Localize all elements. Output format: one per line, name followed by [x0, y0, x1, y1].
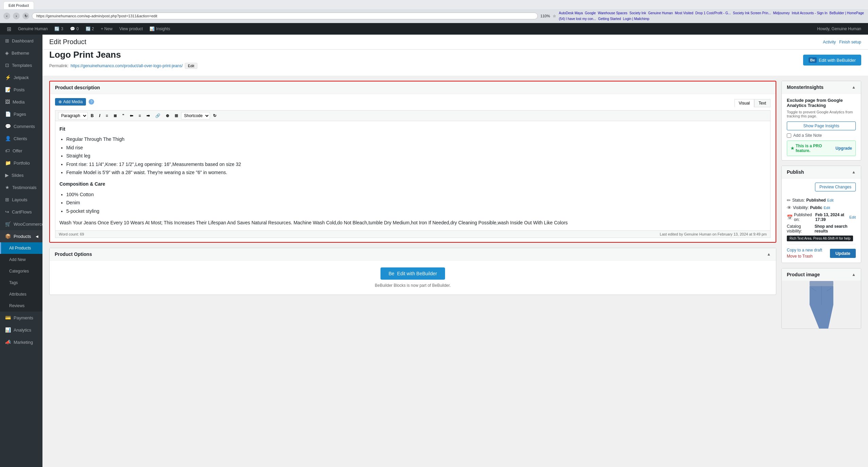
bookmark-drop1[interactable]: Drop 1 Cost/Profit - G... — [695, 11, 731, 15]
add-media-button[interactable]: ⊕ Add Media — [55, 98, 86, 106]
content-area: Edit Product Activity Finish setup Perma… — [42, 35, 868, 467]
editor-content[interactable]: Fit Regular Through The Thigh Mid rise S… — [55, 121, 770, 231]
wp-logo[interactable]: ⊞ — [3, 23, 15, 35]
preview-changes-button[interactable]: Preview Changes — [815, 183, 856, 191]
bookmark-intuit[interactable]: Intuit Accounts - Sign In — [792, 11, 827, 15]
product-options-collapse[interactable]: ▲ — [767, 252, 771, 257]
monster-insights-collapse-icon[interactable]: ▲ — [852, 85, 856, 90]
info-icon[interactable]: ? — [89, 99, 94, 105]
sidebar-item-reviews[interactable]: Reviews — [0, 300, 42, 312]
sidebar-item-payments[interactable]: 💳 Payments — [0, 312, 42, 324]
upgrade-link[interactable]: Upgrade — [835, 146, 852, 151]
admin-bar-view-product[interactable]: View product — [116, 23, 146, 35]
finish-setup-tab[interactable]: Finish setup — [839, 40, 861, 44]
bookmark-society-ink[interactable]: Society Ink — [630, 11, 646, 15]
unordered-list-button[interactable]: ≡ — [103, 112, 110, 119]
sidebar-item-templates[interactable]: ⊡ Templates — [0, 59, 42, 71]
ordered-list-button[interactable]: ≣ — [111, 112, 119, 119]
sidebar-item-media[interactable]: 🖼 Media — [0, 96, 42, 108]
sidebar-item-jetpack[interactable]: ⚡ Jetpack — [0, 71, 42, 83]
publish-collapse-icon[interactable]: ▲ — [852, 170, 856, 174]
format-select[interactable]: Paragraph Heading 1 Heading 2 — [58, 112, 88, 119]
permalink-edit-button[interactable]: Edit — [185, 63, 197, 69]
sidebar-item-all-products[interactable]: All Products — [0, 242, 42, 254]
bookmark-bebuilder[interactable]: BeBuilder | HomePage — [830, 11, 864, 15]
sidebar-item-offer[interactable]: 🏷 Offer — [0, 145, 42, 157]
admin-bar-updates2[interactable]: 🔄 2 — [82, 23, 98, 35]
bebuilder-options-button[interactable]: Be Edit with BeBuilder — [380, 267, 445, 280]
sidebar-item-products[interactable]: 📦 Products ◀ — [0, 230, 42, 242]
shortcode-select[interactable]: Shortcode — [181, 112, 210, 119]
bookmark-google[interactable]: Google — [585, 11, 596, 15]
monster-insights-header[interactable]: MonsterInsights ▲ — [782, 81, 861, 94]
blockquote-button[interactable]: " — [120, 112, 127, 119]
italic-button[interactable]: I — [97, 112, 103, 119]
activity-tab[interactable]: Activity — [823, 40, 836, 44]
bookmark-screen-print[interactable]: Society Ink Screen Prin... — [733, 11, 771, 15]
sidebar-item-categories[interactable]: Categories — [0, 265, 42, 277]
sidebar-item-portfolio[interactable]: 📁 Portfolio — [0, 157, 42, 169]
bookmark-getting-started[interactable]: Getting Started — [598, 17, 621, 21]
product-image-placeholder[interactable] — [782, 281, 861, 329]
bold-button[interactable]: B — [88, 112, 96, 119]
sidebar-item-slides[interactable]: ▶ Slides — [0, 169, 42, 181]
sidebar-item-layouts[interactable]: ⊞ Layouts — [0, 193, 42, 206]
sidebar-item-woocommerce[interactable]: 🛒 WooCommerce — [0, 218, 42, 230]
sidebar-item-cartflows[interactable]: ↪ CartFlows — [0, 206, 42, 218]
product-image-header[interactable]: Product image ▲ — [782, 268, 861, 281]
permalink-url[interactable]: https://genuinehumanco.com/product/all-o… — [71, 63, 183, 68]
published-value: Feb 13, 2024 at 17:39 — [815, 212, 848, 222]
sidebar-item-attributes[interactable]: Attributes — [0, 288, 42, 300]
forward-button[interactable]: › — [13, 13, 20, 19]
bookmark-midjourney[interactable]: Midjourney — [773, 11, 790, 15]
insert-button[interactable]: ⊕ — [163, 112, 172, 119]
status-edit-link[interactable]: Edit — [827, 198, 834, 202]
bookmark-genuine-human[interactable]: Genuine Human — [648, 11, 673, 15]
toolbar-refresh-button[interactable]: ↻ — [211, 112, 219, 119]
admin-bar-comments[interactable]: 💬 0 — [67, 23, 82, 35]
align-left-button[interactable]: ⬅ — [127, 112, 136, 119]
bookmark-54[interactable]: (54) I have lost my con... — [559, 17, 596, 21]
publish-header[interactable]: Publish ▲ — [782, 166, 861, 179]
admin-bar-new[interactable]: + New — [98, 23, 116, 35]
bebuilder-button[interactable]: Be Edit with BeBuilder — [803, 55, 861, 66]
sidebar-item-dashboard[interactable]: ⊞ Dashboard — [0, 35, 42, 47]
sidebar-item-betheme[interactable]: ◈ Betheme — [0, 47, 42, 59]
reload-button[interactable]: ↻ — [22, 13, 29, 19]
post-title-input[interactable] — [49, 50, 798, 60]
admin-bar-site[interactable]: Genuine Human — [15, 23, 51, 35]
bookmark-warehouse[interactable]: Warehouse Spaces — [598, 11, 627, 15]
bookmark-mailchimp[interactable]: Login | Mailchimp — [623, 17, 650, 21]
align-right-button[interactable]: ➡ — [144, 112, 152, 119]
copy-draft-link[interactable]: Copy to a new draft — [787, 248, 822, 253]
table-button[interactable]: ⊞ — [172, 112, 180, 119]
sidebar-item-clients[interactable]: 👤 Clients — [0, 132, 42, 145]
product-image-collapse-icon[interactable]: ▲ — [852, 272, 856, 277]
star-icon[interactable]: ☆ — [553, 14, 556, 18]
text-tab[interactable]: Text — [754, 99, 770, 107]
update-button[interactable]: Update — [830, 249, 856, 258]
sidebar-item-pages[interactable]: 📄 Pages — [0, 108, 42, 120]
sidebar-item-add-new[interactable]: Add New — [0, 254, 42, 265]
url-bar[interactable]: https://genuinehumanco.com/wp-admin/post… — [32, 13, 538, 19]
add-site-note-checkbox[interactable] — [787, 133, 791, 138]
link-button[interactable]: 🔗 — [153, 112, 163, 119]
admin-bar-updates[interactable]: 🔄 3 — [51, 23, 67, 35]
bookmark-most-visited[interactable]: Most Visited — [675, 11, 693, 15]
align-center-button[interactable]: ≡ — [136, 112, 143, 119]
sidebar-item-tags[interactable]: Tags — [0, 277, 42, 288]
bookmark-autodsk[interactable]: AutoDesk Maya — [559, 11, 583, 15]
back-button[interactable]: ‹ — [3, 13, 10, 19]
sidebar-item-comments[interactable]: 💬 Comments — [0, 120, 42, 132]
browser-tab[interactable]: Edit Product — [3, 1, 34, 9]
show-insights-button[interactable]: Show Page Insights — [787, 122, 856, 130]
admin-bar-insights[interactable]: 📊 Insights — [146, 23, 173, 35]
sidebar-item-analytics[interactable]: 📊 Analytics — [0, 324, 42, 336]
visual-tab[interactable]: Visual — [734, 99, 754, 107]
sidebar-item-testimonials[interactable]: ★ Testimonials — [0, 181, 42, 193]
sidebar-item-posts[interactable]: 📝 Posts — [0, 83, 42, 96]
sidebar-item-marketing[interactable]: 📣 Marketing — [0, 336, 42, 348]
move-trash-link[interactable]: Move to Trash — [787, 254, 822, 259]
visibility-edit-link[interactable]: Edit — [823, 206, 830, 210]
published-edit-link[interactable]: Edit — [849, 215, 856, 219]
